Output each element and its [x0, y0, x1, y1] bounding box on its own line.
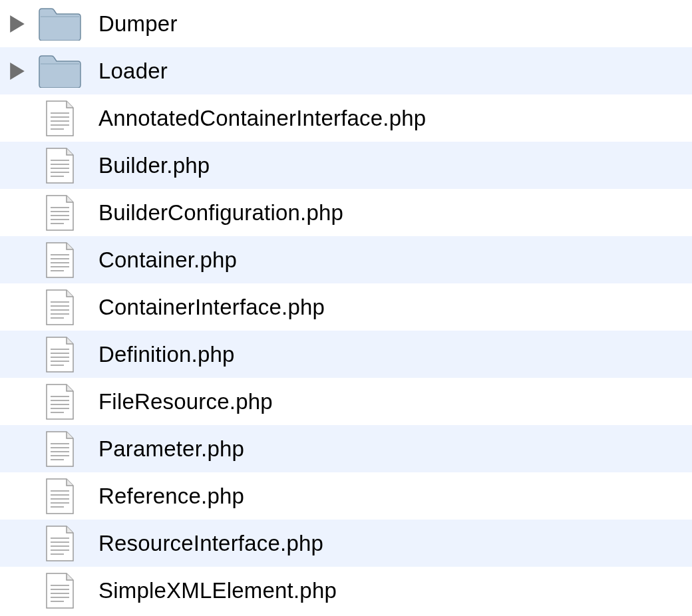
- file-icon: [33, 147, 86, 184]
- disclosure-triangle-icon[interactable]: [1, 8, 33, 40]
- tree-item-label: ResourceInterface.php: [98, 531, 323, 556]
- tree-item-label: ContainerInterface.php: [98, 295, 325, 320]
- tree-item-label: AnnotatedContainerInterface.php: [98, 106, 426, 131]
- tree-item-label: FileResource.php: [98, 389, 273, 414]
- tree-row-file[interactable]: Reference.php: [0, 472, 692, 520]
- file-icon: [33, 336, 86, 373]
- tree-item-label: BuilderConfiguration.php: [98, 200, 343, 226]
- tree-row-file[interactable]: Container.php: [0, 236, 692, 283]
- svg-marker-1: [10, 63, 25, 80]
- file-icon: [33, 289, 86, 326]
- folder-icon: [33, 5, 86, 43]
- tree-item-label: Definition.php: [98, 342, 235, 367]
- tree-item-label: Dumper: [98, 11, 178, 37]
- folder-icon: [33, 53, 86, 90]
- tree-row-folder[interactable]: Dumper: [0, 0, 692, 47]
- tree-row-file[interactable]: ResourceInterface.php: [0, 520, 692, 567]
- file-icon: [33, 383, 86, 420]
- tree-item-label: Parameter.php: [98, 436, 244, 462]
- file-icon: [33, 100, 86, 137]
- tree-row-file[interactable]: Builder.php: [0, 142, 692, 189]
- file-icon: [33, 572, 86, 609]
- tree-row-file[interactable]: AnnotatedContainerInterface.php: [0, 94, 692, 142]
- file-icon: [33, 430, 86, 468]
- file-icon: [33, 525, 86, 562]
- tree-item-label: SimpleXMLElement.php: [98, 578, 337, 603]
- disclosure-triangle-icon[interactable]: [1, 55, 33, 87]
- tree-row-folder[interactable]: Loader: [0, 47, 692, 94]
- tree-row-file[interactable]: BuilderConfiguration.php: [0, 189, 692, 236]
- file-icon: [33, 478, 86, 515]
- file-icon: [33, 194, 86, 231]
- tree-row-file[interactable]: Parameter.php: [0, 425, 692, 472]
- tree-row-file[interactable]: ContainerInterface.php: [0, 283, 692, 331]
- tree-item-label: Reference.php: [98, 484, 244, 509]
- tree-row-file[interactable]: Definition.php: [0, 331, 692, 378]
- file-tree: Dumper Loader Annotat: [0, 0, 692, 614]
- tree-item-label: Builder.php: [98, 153, 210, 178]
- tree-row-file[interactable]: FileResource.php: [0, 378, 692, 425]
- tree-item-label: Container.php: [98, 247, 237, 273]
- tree-item-label: Loader: [98, 59, 168, 84]
- file-icon: [33, 241, 86, 279]
- tree-row-file[interactable]: SimpleXMLElement.php: [0, 567, 692, 614]
- svg-marker-0: [10, 15, 25, 33]
